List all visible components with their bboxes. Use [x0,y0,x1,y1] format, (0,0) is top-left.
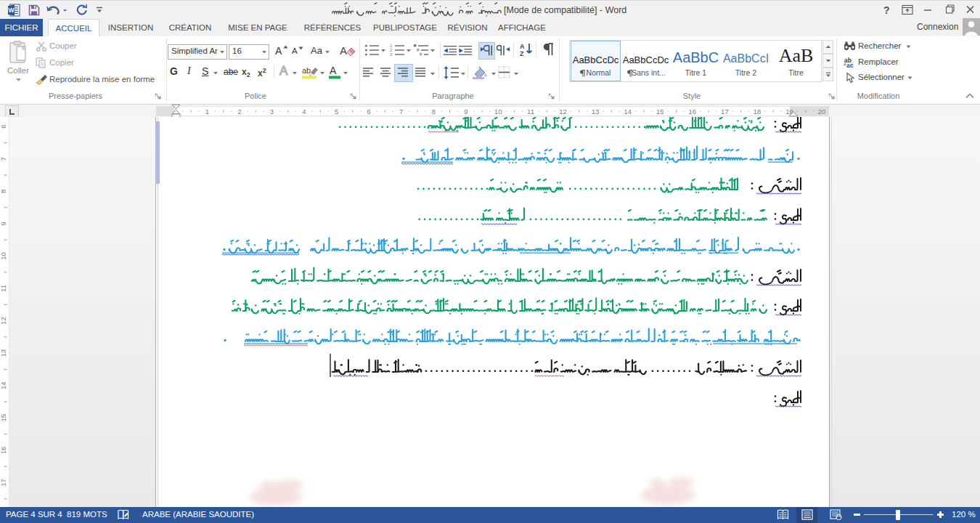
svg-text:11: 11 [527,108,534,115]
svg-text:15: 15 [656,108,664,115]
svg-text:20: 20 [818,108,826,115]
svg-text:13: 13 [592,108,600,115]
svg-text:9: 9 [464,108,467,115]
svg-text:5: 5 [335,108,338,115]
svg-text:14: 14 [624,108,632,115]
svg-text:4: 4 [302,108,306,115]
svg-text:2: 2 [237,108,241,115]
svg-text:10: 10 [494,108,502,115]
svg-text:17: 17 [721,108,729,115]
svg-text:18: 18 [754,108,761,115]
svg-text:7: 7 [399,108,403,115]
svg-text:8: 8 [432,108,436,115]
svg-text:12: 12 [559,108,567,115]
svg-text:3: 3 [270,108,274,115]
svg-text:16: 16 [689,108,697,115]
svg-text:1: 1 [205,108,209,115]
svg-text:6: 6 [367,108,370,115]
